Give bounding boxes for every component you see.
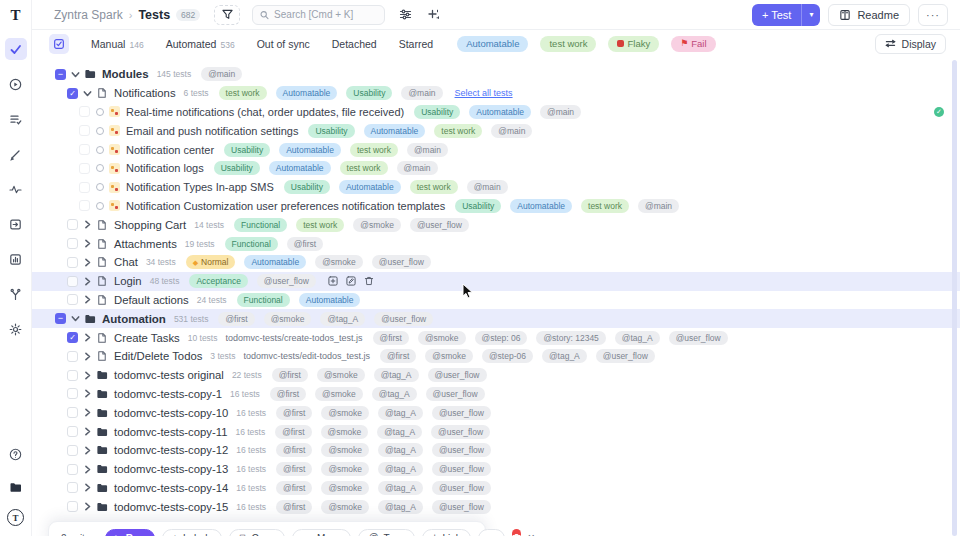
chevron-icon[interactable]: [83, 446, 92, 455]
label-badge[interactable]: Usability: [414, 105, 460, 119]
chevron-icon[interactable]: [83, 277, 92, 286]
label-badge[interactable]: test work: [219, 86, 267, 100]
row-checkbox[interactable]: [67, 294, 78, 305]
label-badge[interactable]: @tag_A: [378, 462, 423, 476]
label-badge[interactable]: Usability: [455, 199, 501, 213]
label-badge[interactable]: Automatable: [299, 293, 361, 307]
row-checkbox[interactable]: [67, 501, 78, 512]
label-badge[interactable]: @first: [287, 237, 323, 251]
label-badge[interactable]: @user_flow: [669, 331, 728, 345]
tree-row[interactable]: Login 48 tests Acceptance@user_flow: [32, 272, 960, 291]
label-badge[interactable]: @first: [218, 312, 254, 326]
label-badge[interactable]: Automatable: [244, 255, 306, 269]
filter-funnel-button[interactable]: [214, 5, 240, 25]
chevron-icon[interactable]: [83, 352, 92, 361]
chevron-icon[interactable]: [83, 239, 92, 248]
tree-row[interactable]: todomvc-tests-copy-13 16 tests @first@sm…: [32, 460, 960, 479]
label-badge[interactable]: @user_flow: [410, 218, 469, 232]
tree-row[interactable]: Chat 34 tests ◆NormalAutomatable@smoke@u…: [32, 253, 960, 272]
row-checkbox[interactable]: [79, 106, 90, 117]
row-checkbox[interactable]: [67, 388, 78, 399]
label-badge[interactable]: test work: [350, 143, 398, 157]
tree-row[interactable]: todomvc-tests-copy-14 16 tests @first@sm…: [32, 479, 960, 498]
row-checkbox[interactable]: [67, 276, 78, 287]
label-badge[interactable]: @main: [540, 105, 581, 119]
row-checkbox[interactable]: [67, 257, 78, 268]
label-badge[interactable]: @first: [380, 349, 416, 363]
label-badge[interactable]: @main: [201, 67, 242, 81]
label-badge[interactable]: @story: 12345: [536, 331, 605, 345]
select-all-link[interactable]: Select all tests: [455, 88, 513, 98]
filter-item[interactable]: Starred: [399, 38, 433, 50]
label-badge[interactable]: Usability: [308, 124, 354, 138]
label-badge[interactable]: Automatable: [457, 36, 528, 52]
label-badge[interactable]: @tag_A: [378, 481, 423, 495]
label-badge[interactable]: @smoke: [321, 406, 369, 420]
label-badge[interactable]: @user_flow: [432, 462, 491, 476]
tree-row[interactable]: Notification Customization user preferen…: [32, 197, 960, 216]
tree-row[interactable]: todomvc-tests-copy-10 16 tests @first@sm…: [32, 403, 960, 422]
tree-row[interactable]: Create Tasks 10 tests todomvc-tests/crea…: [32, 328, 960, 347]
filter-item[interactable]: Detached: [332, 38, 377, 50]
tree-row[interactable]: Shopping Cart 14 tests Functionaltest wo…: [32, 215, 960, 234]
row-checkbox[interactable]: [67, 407, 78, 418]
row-checkbox[interactable]: [79, 200, 90, 211]
label-badge[interactable]: @smoke: [321, 425, 369, 439]
label-badge[interactable]: @user_flow: [257, 274, 316, 288]
vertical-scrollbar[interactable]: [952, 60, 957, 536]
tree-row[interactable]: Notification Types In-app SMS UsabilityA…: [32, 178, 960, 197]
row-checkbox[interactable]: [67, 482, 78, 493]
add-to-run-icon[interactable]: [328, 276, 338, 286]
tree-row[interactable]: todomvc-tests-copy-15 16 tests @first@sm…: [32, 497, 960, 516]
label-badge[interactable]: @user_flow: [432, 406, 491, 420]
row-checkbox[interactable]: [79, 125, 90, 136]
label-badge[interactable]: @main: [638, 199, 679, 213]
label-badge[interactable]: @user_flow: [428, 368, 487, 382]
labels-button[interactable]: ⌖Labels: [162, 529, 222, 536]
chevron-icon[interactable]: [83, 89, 92, 98]
tree-row[interactable]: Notifications 6 tests test workAutomatab…: [32, 84, 960, 103]
tree-row[interactable]: Email and push notification settings Usa…: [32, 121, 960, 140]
label-badge[interactable]: @smoke: [321, 462, 369, 476]
tree-row[interactable]: todomvc-tests-copy-11 16 tests @first@sm…: [32, 422, 960, 441]
header-more-button[interactable]: ···: [918, 4, 948, 26]
label-badge[interactable]: @smoke: [321, 481, 369, 495]
label-badge[interactable]: @first: [276, 443, 312, 457]
label-badge[interactable]: test work: [410, 180, 458, 194]
label-badge[interactable]: @step: 06: [475, 331, 528, 345]
label-badge[interactable]: @first: [272, 368, 308, 382]
row-checkbox[interactable]: [67, 219, 78, 230]
tree-row[interactable]: Notification logs UsabilityAutomatablete…: [32, 159, 960, 178]
copy-button[interactable]: ⧉Copy: [229, 529, 285, 536]
label-badge[interactable]: @first: [275, 425, 311, 439]
tree-row[interactable]: todomvc-tests-copy-12 16 tests @first@sm…: [32, 441, 960, 460]
label-badge[interactable]: @smoke: [264, 312, 312, 326]
tree-row[interactable]: Automation 531 tests @first@smoke@tag_A@…: [32, 309, 960, 328]
label-badge[interactable]: @smoke: [321, 500, 369, 514]
tree-row[interactable]: todomvc-tests original 22 tests @first@s…: [32, 366, 960, 385]
tree-row[interactable]: Edit/Delete Todos 3 tests todomvc-tests/…: [32, 347, 960, 366]
label-badge[interactable]: @tag_A: [615, 331, 660, 345]
label-badge[interactable]: @smoke: [353, 218, 401, 232]
label-badge[interactable]: @main: [407, 143, 448, 157]
row-checkbox[interactable]: [55, 313, 66, 324]
label-badge[interactable]: Usability: [214, 161, 260, 175]
breadcrumb-section[interactable]: Tests: [138, 8, 170, 22]
sidebar-item-pulse[interactable]: [5, 178, 27, 200]
label-badge[interactable]: @first: [276, 500, 312, 514]
filter-item[interactable]: Out of sync: [257, 38, 310, 50]
chevron-icon[interactable]: [83, 465, 92, 474]
help-icon[interactable]: [5, 443, 27, 465]
chevron-icon[interactable]: [83, 389, 92, 398]
label-badge[interactable]: @user_flow: [426, 387, 485, 401]
label-badge[interactable]: @user_flow: [372, 255, 431, 269]
label-badge[interactable]: Automatable: [279, 143, 341, 157]
tags-button[interactable]: @Tags: [358, 529, 414, 536]
label-badge[interactable]: ⚑Fail: [671, 36, 715, 52]
new-test-button-label[interactable]: + Test: [752, 4, 801, 26]
label-badge[interactable]: Acceptance: [189, 274, 247, 288]
row-checkbox[interactable]: [67, 445, 78, 456]
sidebar-item-reports[interactable]: [5, 248, 27, 270]
row-checkbox[interactable]: [67, 238, 78, 249]
label-badge[interactable]: Automatable: [269, 161, 331, 175]
